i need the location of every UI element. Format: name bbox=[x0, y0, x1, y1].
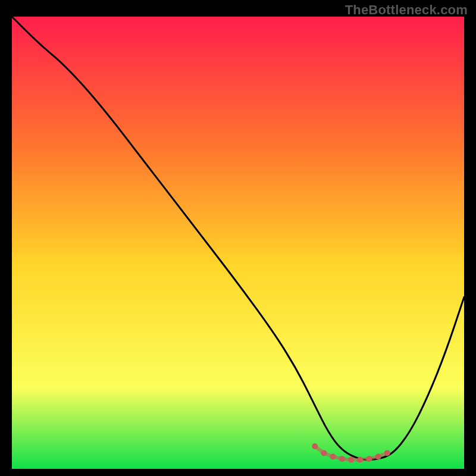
optimal-marker bbox=[357, 457, 363, 463]
optimal-marker bbox=[375, 454, 381, 460]
chart-svg bbox=[12, 17, 464, 469]
optimal-marker bbox=[339, 456, 345, 462]
chart-plot-area bbox=[12, 17, 464, 469]
gradient-background bbox=[12, 17, 464, 469]
optimal-marker bbox=[312, 443, 318, 449]
optimal-marker bbox=[384, 450, 390, 456]
optimal-marker bbox=[366, 456, 372, 462]
optimal-marker bbox=[330, 454, 336, 460]
chart-frame: TheBottleneck.com bbox=[0, 0, 476, 476]
optimal-marker bbox=[321, 450, 327, 456]
optimal-marker bbox=[348, 457, 354, 463]
watermark-text: TheBottleneck.com bbox=[345, 2, 468, 18]
